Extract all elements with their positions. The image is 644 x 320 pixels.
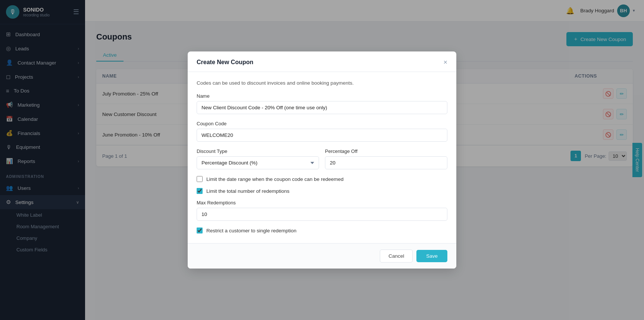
redemptions-checkbox-label: Limit the total number of redemptions [206,188,290,194]
date-range-checkbox-row: Limit the date range when the coupon cod… [197,176,447,182]
create-coupon-modal: Create New Coupon × Codes can be used to… [188,51,456,269]
single-redemption-checkbox[interactable] [197,228,203,233]
single-redemption-checkbox-label: Restrict a customer to single redemption [206,228,297,233]
percentage-off-group: Percentage Off [325,148,447,169]
modal-close-button[interactable]: × [443,59,447,66]
name-input[interactable] [197,101,447,114]
percentage-off-label: Percentage Off [325,148,447,154]
name-label: Name [197,93,447,99]
date-range-checkbox-label: Limit the date range when the coupon cod… [206,176,344,182]
date-range-checkbox[interactable] [197,176,203,182]
discount-type-group: Discount Type Percentage Discount (%) Fi… [197,148,319,169]
single-redemption-checkbox-row: Restrict a customer to single redemption [197,228,447,233]
max-redemptions-group: Max Redemptions [197,200,447,221]
discount-type-label: Discount Type [197,148,319,154]
discount-row: Discount Type Percentage Discount (%) Fi… [197,148,447,176]
modal-header: Create New Coupon × [188,51,456,72]
max-redemptions-input[interactable] [197,208,447,221]
discount-type-select[interactable]: Percentage Discount (%) Fixed Amount [197,156,319,169]
cancel-button[interactable]: Cancel [380,250,413,263]
save-button[interactable]: Save [416,250,447,262]
coupon-code-label: Coupon Code [197,121,447,126]
modal-footer: Cancel Save [188,243,456,269]
modal-overlay: Create New Coupon × Codes can be used to… [0,0,644,320]
redemptions-checkbox[interactable] [197,188,203,194]
name-field-group: Name [197,93,447,114]
modal-title: Create New Coupon [197,59,253,66]
redemptions-checkbox-row: Limit the total number of redemptions [197,188,447,194]
max-redemptions-label: Max Redemptions [197,200,447,206]
modal-body: Codes can be used to discount invoices a… [188,72,456,243]
modal-description: Codes can be used to discount invoices a… [197,80,447,86]
coupon-code-input[interactable] [197,129,447,142]
percentage-off-input[interactable] [325,156,447,169]
coupon-code-field-group: Coupon Code [197,121,447,142]
